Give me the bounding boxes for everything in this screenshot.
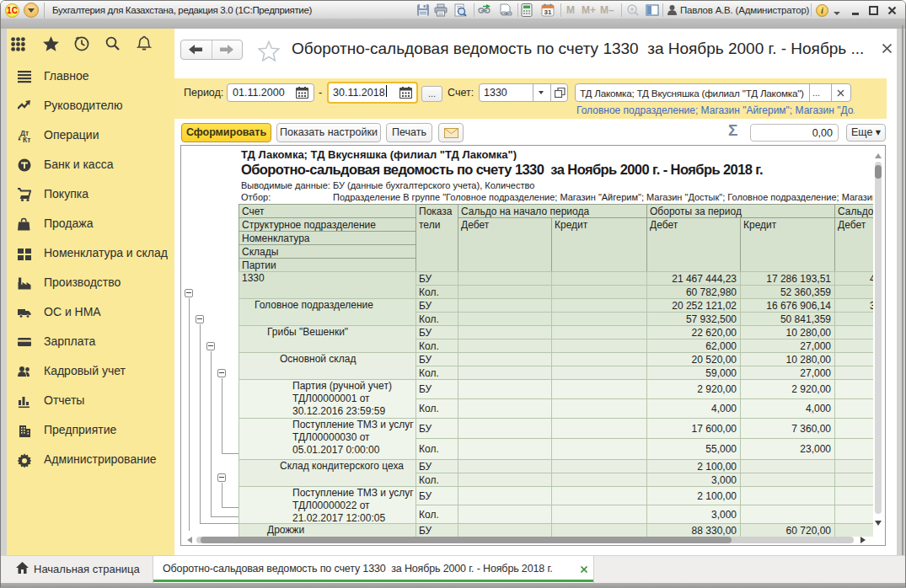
svg-text:Кт: Кт	[23, 136, 30, 143]
svg-text:31: 31	[544, 8, 552, 16]
